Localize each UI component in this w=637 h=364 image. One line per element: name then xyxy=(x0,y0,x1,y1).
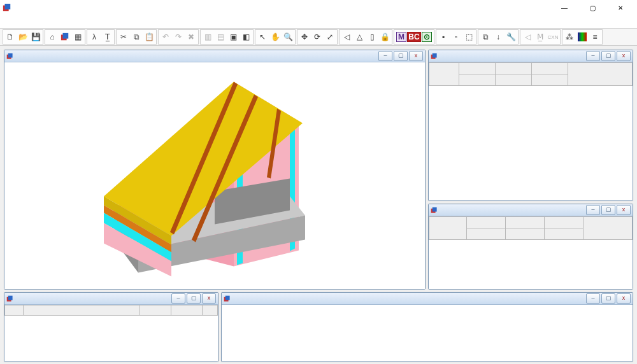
lock-icon[interactable]: 🔒 xyxy=(378,31,391,43)
minimize-button[interactable]: — xyxy=(550,0,578,15)
move-icon[interactable]: ✥ xyxy=(298,31,311,43)
redo-icon[interactable]: ↷ xyxy=(172,31,185,43)
new-file-icon[interactable]: 🗋 xyxy=(4,31,17,43)
image-viewport[interactable] xyxy=(4,62,425,289)
svg-rect-4 xyxy=(578,32,587,41)
m-icon[interactable]: M xyxy=(395,31,408,43)
rotate-icon[interactable]: ⟳ xyxy=(311,31,324,43)
svg-rect-29 xyxy=(8,295,13,300)
menu-calc[interactable] xyxy=(65,21,74,22)
cp-icon[interactable]: ⊙ xyxy=(420,31,433,43)
list-icon[interactable]: ≡ xyxy=(589,31,601,43)
menu-settings[interactable] xyxy=(96,21,104,22)
grid-window: – ▢ x xyxy=(428,50,633,201)
grid-min-button[interactable]: – xyxy=(586,51,600,61)
save-file-icon[interactable]: 💾 xyxy=(29,31,42,43)
menu-edit[interactable] xyxy=(14,21,23,22)
pointer-icon[interactable]: ↖ xyxy=(256,31,269,43)
left-icon[interactable]: ◁ xyxy=(340,31,353,43)
blocks-close-button[interactable]: x xyxy=(202,293,216,304)
pan-icon[interactable]: ✋ xyxy=(269,31,282,43)
wand-icon[interactable]: ⁂ xyxy=(563,31,576,43)
open-file-icon[interactable]: 📂 xyxy=(17,31,29,43)
colours-window-title[interactable]: – ▢ x xyxy=(222,293,633,305)
dash-icon[interactable]: ⬚ xyxy=(462,31,475,43)
block-points-window-title[interactable]: – ▢ x xyxy=(429,204,633,216)
bp-close-button[interactable]: x xyxy=(617,205,631,215)
workspace: – ▢ x xyxy=(0,46,637,364)
maximize-button[interactable]: ▢ xyxy=(578,0,606,15)
toolbar: 🗋 📂 💾 ⌂ ▦ λ T̲ ✂ ⧉ 📋 ↶ ↷ ✖ ▥ ▤ ▣ ◧ ↖ ✋ 🔍… xyxy=(0,29,637,46)
blocks-min-button[interactable]: – xyxy=(171,293,185,304)
menu-file[interactable] xyxy=(4,21,13,22)
menu-image[interactable] xyxy=(24,21,33,22)
cut-icon[interactable]: ✂ xyxy=(117,31,130,43)
bp-max-button[interactable]: ▢ xyxy=(601,205,615,215)
svg-rect-31 xyxy=(225,295,230,300)
menu-blocks[interactable] xyxy=(34,21,43,22)
delete-icon[interactable]: ✖ xyxy=(185,31,197,43)
outline-icon[interactable]: ▫ xyxy=(450,31,462,43)
close-button[interactable]: ✕ xyxy=(606,0,634,15)
palette-icon[interactable]: ▦ xyxy=(71,31,84,43)
image-close-button[interactable]: x xyxy=(409,51,423,61)
up-icon[interactable]: △ xyxy=(353,31,366,43)
grid-table[interactable] xyxy=(429,62,633,86)
tool-d-icon[interactable]: ◧ xyxy=(240,31,252,43)
text-icon[interactable]: T̲ xyxy=(101,31,113,43)
wrench-icon[interactable]: 🔧 xyxy=(505,31,517,43)
spectrum-icon[interactable] xyxy=(576,31,589,43)
zoom-icon[interactable]: 🔍 xyxy=(282,31,294,43)
blocks-table[interactable] xyxy=(4,305,218,316)
copy-icon[interactable]: ⧉ xyxy=(130,31,143,43)
grid-close-button[interactable]: x xyxy=(617,51,631,61)
colours-min-button[interactable]: – xyxy=(586,293,600,304)
scale-icon[interactable]: ⤢ xyxy=(324,31,336,43)
menu-window[interactable] xyxy=(85,21,94,22)
m-label-icon: M̲ xyxy=(534,31,547,43)
colours-max-button[interactable]: ▢ xyxy=(601,293,615,304)
block-points-body[interactable] xyxy=(429,216,633,289)
svg-rect-6 xyxy=(8,53,13,57)
titlebar: — ▢ ✕ xyxy=(0,0,637,15)
blocks-body[interactable] xyxy=(4,305,218,361)
grid-window-title[interactable]: – ▢ x xyxy=(429,50,633,62)
cube-icon xyxy=(431,207,438,214)
blocks-window: – ▢ x xyxy=(4,292,218,362)
bc-icon[interactable]: BC xyxy=(408,31,420,43)
image-window-title[interactable]: – ▢ x xyxy=(4,50,425,62)
grid-max-button[interactable]: ▢ xyxy=(601,51,615,61)
paste-icon[interactable]: 📋 xyxy=(143,31,155,43)
copy2-icon[interactable]: ⧉ xyxy=(479,31,492,43)
undo-icon[interactable]: ↶ xyxy=(159,31,172,43)
lambda-icon[interactable]: λ xyxy=(88,31,101,43)
colours-icon[interactable] xyxy=(59,31,71,43)
svg-rect-3 xyxy=(63,33,69,39)
block-points-window: – ▢ x xyxy=(428,204,633,290)
menu-colours[interactable] xyxy=(45,21,54,22)
cxn-label-icon: CXN xyxy=(547,31,559,43)
tool-b-icon[interactable]: ▤ xyxy=(214,31,227,43)
bp-min-button[interactable]: – xyxy=(586,205,600,215)
menu-grid[interactable] xyxy=(55,21,64,22)
grid-body[interactable] xyxy=(429,62,633,200)
image-max-button[interactable]: ▢ xyxy=(394,51,408,61)
menubar xyxy=(0,15,637,29)
cube-icon xyxy=(431,53,438,60)
tool-c-icon[interactable]: ▣ xyxy=(227,31,240,43)
menu-output[interactable] xyxy=(75,21,84,22)
home-icon[interactable]: ⌂ xyxy=(46,31,59,43)
tool-a-icon[interactable]: ▥ xyxy=(201,31,214,43)
bar-icon[interactable]: ▯ xyxy=(366,31,378,43)
down-icon[interactable]: ↓ xyxy=(492,31,505,43)
colours-body[interactable] xyxy=(222,305,633,361)
blocks-window-title[interactable]: – ▢ x xyxy=(4,293,218,305)
image-min-button[interactable]: – xyxy=(378,51,392,61)
blocks-max-button[interactable]: ▢ xyxy=(187,293,201,304)
svg-rect-1 xyxy=(5,4,11,10)
colours-close-button[interactable]: x xyxy=(617,293,631,304)
dot-icon[interactable]: ▪ xyxy=(437,31,450,43)
image-window: – ▢ x xyxy=(4,50,426,290)
block-points-table[interactable] xyxy=(429,216,633,240)
svg-rect-27 xyxy=(433,207,437,211)
